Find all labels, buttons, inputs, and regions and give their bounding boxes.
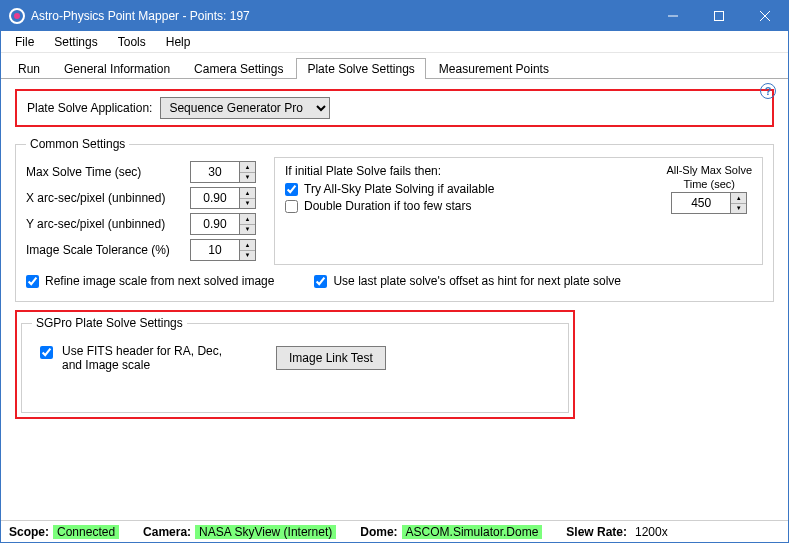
try-allsky-checkbox[interactable]: [285, 183, 298, 196]
app-icon: [9, 8, 25, 24]
plate-solve-app-highlight: Plate Solve Application: Sequence Genera…: [15, 89, 774, 127]
y-arcsec-label: Y arc-sec/pixel (unbinned): [26, 217, 190, 231]
menu-help[interactable]: Help: [156, 33, 201, 51]
status-camera-value: NASA SkyView (Internet): [195, 525, 336, 539]
window-title: Astro-Physics Point Mapper - Points: 197: [31, 9, 250, 23]
use-fits-checkbox[interactable]: [40, 346, 53, 359]
tab-camera[interactable]: Camera Settings: [183, 58, 294, 79]
status-scope-value: Connected: [53, 525, 119, 539]
tab-plate-solve[interactable]: Plate Solve Settings: [296, 58, 425, 79]
x-arcsec-input[interactable]: [190, 187, 240, 209]
status-camera-label: Camera:: [143, 525, 191, 539]
x-arcsec-stepper[interactable]: ▲▼: [240, 187, 256, 209]
use-fits-label: Use FITS header for RA, Dec, and Image s…: [62, 344, 236, 372]
tolerance-input[interactable]: [190, 239, 240, 261]
allsky-max-stepper[interactable]: ▲▼: [731, 192, 747, 214]
svg-rect-1: [715, 12, 724, 21]
tab-content: ? Plate Solve Application: Sequence Gene…: [1, 79, 788, 520]
try-allsky-label: Try All-Sky Plate Solving if available: [304, 182, 494, 196]
x-arcsec-label: X arc-sec/pixel (unbinned): [26, 191, 190, 205]
menu-settings[interactable]: Settings: [44, 33, 107, 51]
plate-solve-app-select[interactable]: Sequence Generator Pro: [160, 97, 330, 119]
allsky-caption-2: Time (sec): [666, 178, 752, 190]
tolerance-label: Image Scale Tolerance (%): [26, 243, 190, 257]
max-solve-time-input[interactable]: [190, 161, 240, 183]
common-settings-group: Common Settings Max Solve Time (sec) ▲▼ …: [15, 137, 774, 302]
max-solve-time-label: Max Solve Time (sec): [26, 165, 190, 179]
refine-scale-checkbox[interactable]: [26, 275, 39, 288]
fail-group: If initial Plate Solve fails then: Try A…: [274, 157, 763, 265]
menu-tools[interactable]: Tools: [108, 33, 156, 51]
sgpro-legend: SGPro Plate Solve Settings: [32, 316, 187, 330]
status-slew-label: Slew Rate:: [566, 525, 627, 539]
minimize-button[interactable]: [650, 1, 696, 31]
maximize-button[interactable]: [696, 1, 742, 31]
use-offset-label: Use last plate solve's offset as hint fo…: [333, 274, 621, 288]
status-dome-label: Dome:: [360, 525, 397, 539]
common-settings-legend: Common Settings: [26, 137, 129, 151]
y-arcsec-input[interactable]: [190, 213, 240, 235]
sgpro-group: SGPro Plate Solve Settings Use FITS head…: [21, 316, 569, 413]
tabstrip: Run General Information Camera Settings …: [1, 53, 788, 79]
tab-run[interactable]: Run: [7, 58, 51, 79]
status-scope-label: Scope:: [9, 525, 49, 539]
tab-measurement[interactable]: Measurement Points: [428, 58, 560, 79]
refine-scale-label: Refine image scale from next solved imag…: [45, 274, 274, 288]
statusbar: Scope: Connected Camera: NASA SkyView (I…: [1, 520, 788, 542]
image-link-test-button[interactable]: Image Link Test: [276, 346, 386, 370]
allsky-caption-1: All-Sly Max Solve: [666, 164, 752, 176]
status-slew-value: 1200x: [631, 525, 672, 539]
close-button[interactable]: [742, 1, 788, 31]
use-offset-checkbox[interactable]: [314, 275, 327, 288]
double-duration-label: Double Duration if too few stars: [304, 199, 471, 213]
fail-legend: If initial Plate Solve fails then:: [285, 164, 646, 178]
plate-solve-app-label: Plate Solve Application:: [27, 101, 152, 115]
y-arcsec-stepper[interactable]: ▲▼: [240, 213, 256, 235]
tolerance-stepper[interactable]: ▲▼: [240, 239, 256, 261]
status-dome-value: ASCOM.Simulator.Dome: [402, 525, 543, 539]
double-duration-checkbox[interactable]: [285, 200, 298, 213]
titlebar: Astro-Physics Point Mapper - Points: 197: [1, 1, 788, 31]
menu-file[interactable]: File: [5, 33, 44, 51]
max-solve-time-stepper[interactable]: ▲▼: [240, 161, 256, 183]
help-icon[interactable]: ?: [760, 83, 776, 99]
tab-general[interactable]: General Information: [53, 58, 181, 79]
menubar: File Settings Tools Help: [1, 31, 788, 53]
allsky-max-input[interactable]: [671, 192, 731, 214]
sgpro-highlight: SGPro Plate Solve Settings Use FITS head…: [15, 310, 575, 419]
